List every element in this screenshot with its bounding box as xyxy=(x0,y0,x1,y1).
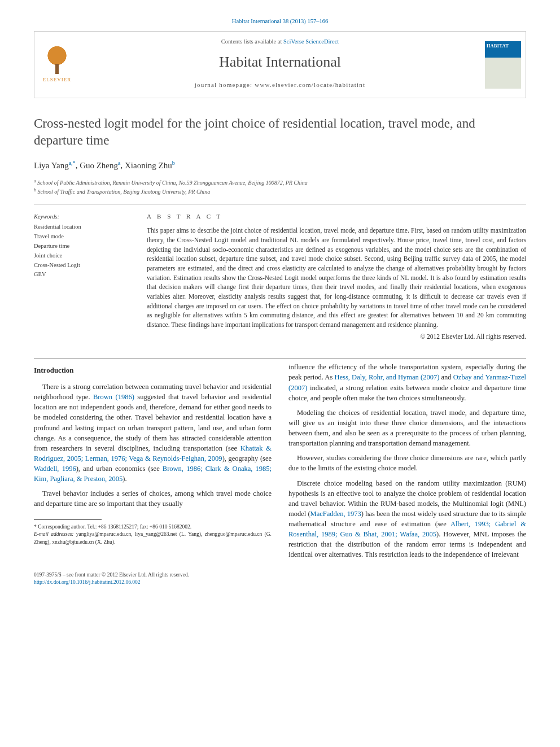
author-3-sup: b xyxy=(172,160,175,166)
homepage-url[interactable]: www.elsevier.com/locate/habitatint xyxy=(255,81,365,88)
cite-macfadden[interactable]: MacFadden, 1973 xyxy=(310,510,361,518)
header-center: Contents lists available at SciVerse Sci… xyxy=(80,32,480,98)
author-2: Guo Zheng xyxy=(80,161,118,170)
intro-p3: influence the efficiency of the whole tr… xyxy=(288,362,526,403)
keywords-column: Keywords: Residential location Travel mo… xyxy=(34,212,130,341)
email-addresses: E-mail addresses: yangliya@mparuc.edu.cn… xyxy=(34,531,272,547)
author-3: Xiaoning Zhu xyxy=(125,161,172,170)
authors: Liya Yanga,*, Guo Zhenga, Xiaoning Zhub xyxy=(34,159,526,172)
cite-brown-1986[interactable]: Brown (1986) xyxy=(93,393,134,401)
affiliations: a School of Public Administration, Renmi… xyxy=(34,178,526,196)
p1e: ). xyxy=(123,475,126,483)
keywords-head: Keywords: xyxy=(34,212,130,221)
intro-p6: Discrete choice modeling based on the ra… xyxy=(288,478,526,560)
issn-line: 0197-3975/$ – see front matter © 2012 El… xyxy=(34,571,526,579)
abstract-text: This paper aims to describe the joint ch… xyxy=(147,226,526,329)
cover-title: HABITAT xyxy=(487,43,519,50)
contents-available: Contents lists available at SciVerse Sci… xyxy=(80,37,480,46)
email-label: E-mail addresses: xyxy=(34,531,74,537)
affiliation-a: a School of Public Administration, Renmi… xyxy=(34,178,526,187)
cite-hess[interactable]: Hess, Daly, Rohr, and Hyman (2007) xyxy=(334,373,439,381)
author-1-sup: a,* xyxy=(69,160,76,166)
p3c: indicated, a strong relation exits betwe… xyxy=(288,384,526,402)
aff-a-sup: a xyxy=(34,178,36,184)
citation-line: Habitat International 38 (2013) 157–166 xyxy=(34,17,526,25)
rule-top xyxy=(34,204,526,204)
affiliation-b: b School of Traffic and Transportation, … xyxy=(34,187,526,196)
abstract-copyright: © 2012 Elsevier Ltd. All rights reserved… xyxy=(147,332,526,342)
keyword-6: GEV xyxy=(34,270,130,279)
footnotes: * Corresponding author. Tel.: +86 136811… xyxy=(34,523,272,547)
keyword-1: Residential location xyxy=(34,222,130,232)
footnote-separator xyxy=(34,519,102,520)
intro-p4: Modeling the choices of residential loca… xyxy=(288,408,526,449)
abstract-row: Keywords: Residential location Travel mo… xyxy=(34,212,526,341)
cover-thumbnail: HABITAT xyxy=(485,41,521,89)
page-footer: 0197-3975/$ – see front matter © 2012 El… xyxy=(34,571,526,587)
publisher-name: ELSEVIER xyxy=(43,76,72,84)
journal-homepage: journal homepage: www.elsevier.com/locat… xyxy=(80,81,480,90)
journal-name: Habitat International xyxy=(80,51,480,73)
keyword-4: Joint choice xyxy=(34,251,130,261)
cite-waddell[interactable]: Waddell, 1996 xyxy=(34,465,76,473)
keyword-2: Travel mode xyxy=(34,232,130,242)
author-1: Liya Yang xyxy=(34,161,69,170)
keyword-3: Departure time xyxy=(34,242,130,251)
aff-b-text: School of Traffic and Transportation, Be… xyxy=(38,189,211,195)
author-2-sup: a xyxy=(118,160,120,166)
article-title: Cross-nested logit model for the joint c… xyxy=(34,115,526,149)
intro-p2: Travel behavior includes a series of cho… xyxy=(34,488,272,509)
aff-b-sup: b xyxy=(34,187,36,193)
p3b: and xyxy=(439,373,453,381)
intro-p5: However, studies considering the three c… xyxy=(288,453,526,473)
journal-header: ELSEVIER Contents lists available at Sci… xyxy=(34,31,526,98)
homepage-label: journal homepage: xyxy=(195,81,255,88)
p1d: ), and urban economics (see xyxy=(76,465,163,473)
sciencedirect-link[interactable]: SciVerse ScienceDirect xyxy=(283,38,339,45)
journal-cover: HABITAT xyxy=(480,32,526,98)
elsevier-tree-icon xyxy=(43,46,71,74)
abstract-head: A B S T R A C T xyxy=(147,212,526,221)
body-columns: Introduction There is a strong correlati… xyxy=(34,362,526,560)
p1b: suggested that travel behavior and resid… xyxy=(34,393,272,452)
corresponding-author: * Corresponding author. Tel.: +86 136811… xyxy=(34,523,272,531)
keyword-5: Cross-Nested Logit xyxy=(34,261,130,270)
abstract-column: A B S T R A C T This paper aims to descr… xyxy=(147,212,526,341)
publisher-logo: ELSEVIER xyxy=(34,32,80,98)
rule-bottom xyxy=(34,358,526,359)
doi-link[interactable]: http://dx.doi.org/10.1016/j.habitatint.2… xyxy=(34,579,141,585)
p1c: ), geography (see xyxy=(222,455,272,462)
intro-p1: There is a strong correlation between co… xyxy=(34,382,272,484)
contents-prefix: Contents lists available at xyxy=(221,38,283,45)
intro-heading: Introduction xyxy=(34,365,272,376)
aff-a-text: School of Public Administration, Renmin … xyxy=(37,180,308,186)
